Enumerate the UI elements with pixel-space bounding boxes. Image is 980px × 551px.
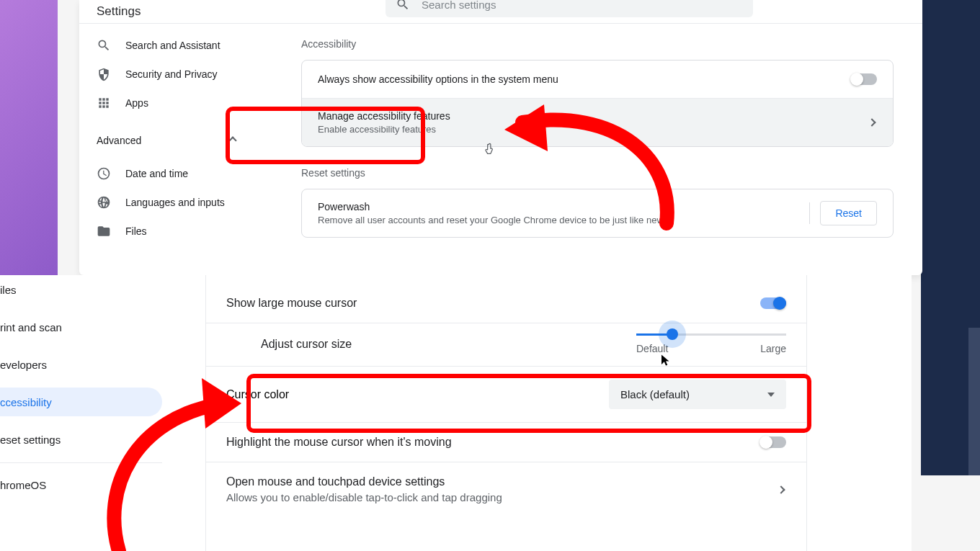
section-heading-reset: Reset settings [301, 167, 894, 179]
chevron-right-icon [867, 120, 877, 125]
accessibility-mouse-settings: Show large mouse cursor Adjust cursor si… [205, 275, 807, 551]
slider-max-label: Large [760, 343, 786, 354]
sidebar-item-languages-inputs[interactable]: Languages and inputs [79, 188, 267, 217]
settings-title: Settings [97, 4, 141, 19]
reset-button[interactable]: Reset [820, 201, 877, 225]
sidebar-item-label: Advanced [97, 135, 141, 146]
search-icon [396, 0, 410, 12]
row-label: Cursor color [226, 388, 289, 401]
sidebar-item-files[interactable]: Files [79, 217, 267, 246]
row-label: Always show accessibility options in the… [318, 73, 558, 85]
sidebar-item-developers-partial[interactable]: evelopers [0, 350, 162, 379]
sidebar-item-reset-settings-partial[interactable]: eset settings [0, 425, 162, 454]
row-show-large-cursor: Show large mouse cursor [206, 284, 806, 323]
sidebar-item-security-privacy[interactable]: Security and Privacy [79, 60, 267, 89]
row-always-show-accessibility: Always show accessibility options in the… [302, 61, 893, 98]
sidebar-item-label: Security and Privacy [125, 68, 218, 80]
settings-sidebar-bottom: iles rint and scan evelopers ccessibilit… [0, 275, 162, 551]
apps-grid-icon [97, 96, 111, 110]
sidebar-item-apps[interactable]: Apps [79, 89, 267, 117]
scrollbar-right[interactable] [968, 328, 980, 475]
row-powerwash: Powerwash Remove all user accounts and r… [302, 189, 893, 237]
row-label: Powerwash [318, 201, 666, 212]
row-highlight-cursor-moving: Highlight the mouse cursor when it's mov… [206, 423, 806, 462]
folder-icon [97, 224, 111, 238]
cursor-arrow-icon [659, 351, 672, 369]
sidebar-item-files-partial[interactable]: iles [0, 275, 162, 304]
sidebar-item-advanced[interactable]: Advanced [79, 126, 267, 155]
row-sublabel: Remove all user accounts and reset your … [318, 215, 666, 225]
sidebar-item-label: Files [125, 225, 147, 237]
row-label: Open mouse and touchpad device settings [226, 475, 502, 488]
section-heading-accessibility: Accessibility [301, 38, 894, 50]
sidebar-item-chromeos-partial[interactable]: hromeOS [0, 470, 162, 499]
divider [809, 202, 810, 224]
row-adjust-cursor-size: Adjust cursor size Default Large [206, 323, 806, 367]
sidebar-item-search-assistant[interactable]: Search and Assistant [79, 31, 267, 60]
clock-icon [97, 166, 111, 181]
sidebar-item-print-scan-partial[interactable]: rint and scan [0, 313, 162, 341]
settings-sidebar-top: Search and Assistant Security and Privac… [79, 24, 267, 258]
wallpaper-left [0, 0, 58, 277]
search-icon [97, 38, 111, 53]
row-open-mouse-touchpad-settings[interactable]: Open mouse and touchpad device settings … [206, 462, 806, 516]
accessibility-card: Always show accessibility options in the… [301, 60, 894, 147]
toggle-highlight-cursor[interactable] [760, 436, 786, 448]
row-label: Adjust cursor size [261, 333, 352, 351]
settings-panel-top: Settings Search settings Search and Assi… [79, 0, 922, 275]
settings-header: Settings Search settings [79, 0, 922, 24]
sidebar-item-accessibility-active[interactable]: ccessibility [0, 388, 162, 416]
sidebar-item-label: Date and time [125, 168, 188, 179]
reset-card: Powerwash Remove all user accounts and r… [301, 189, 894, 238]
row-label: Manage accessibility features [318, 110, 450, 122]
search-settings-input[interactable]: Search settings [386, 0, 753, 17]
globe-icon [97, 195, 111, 210]
row-label: Show large mouse cursor [226, 297, 357, 310]
row-sublabel: Enable accessibility features [318, 124, 450, 135]
dropdown-icon [767, 393, 775, 397]
search-placeholder: Search settings [422, 0, 496, 11]
shield-icon [97, 67, 111, 81]
row-sublabel: Allows you to enable/disable tap-to-clic… [226, 491, 502, 503]
row-label: Highlight the mouse cursor when it's mov… [226, 436, 452, 449]
sidebar-item-label: Search and Assistant [125, 40, 220, 51]
cursor-size-slider[interactable] [636, 333, 786, 336]
settings-panel-bottom: iles rint and scan evelopers ccessibilit… [0, 275, 912, 551]
toggle-show-large-cursor[interactable] [760, 297, 786, 309]
cursor-color-select[interactable]: Black (default) [609, 380, 786, 409]
row-manage-accessibility-features[interactable]: Manage accessibility features Enable acc… [302, 98, 893, 146]
select-value: Black (default) [620, 388, 690, 400]
sidebar-item-date-time[interactable]: Date and time [79, 159, 267, 188]
row-cursor-color: Cursor color Black (default) [206, 367, 806, 423]
sidebar-separator [0, 462, 162, 463]
cursor-hand-icon [483, 141, 497, 158]
chevron-up-icon [228, 138, 238, 143]
sidebar-item-label: Apps [125, 97, 148, 109]
sidebar-item-label: Languages and inputs [125, 197, 225, 208]
chevron-right-icon [776, 487, 786, 493]
toggle-always-show-accessibility[interactable] [851, 73, 877, 85]
